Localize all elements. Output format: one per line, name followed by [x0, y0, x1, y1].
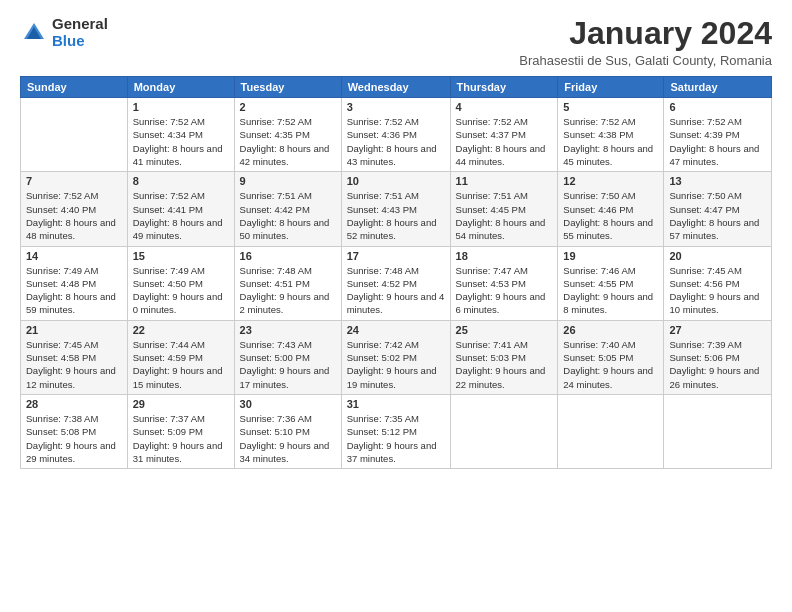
day-info: Sunrise: 7:50 AMSunset: 4:46 PMDaylight:… — [563, 189, 658, 242]
day-cell: 4Sunrise: 7:52 AMSunset: 4:37 PMDaylight… — [450, 98, 558, 172]
day-cell: 9Sunrise: 7:51 AMSunset: 4:42 PMDaylight… — [234, 172, 341, 246]
day-cell — [21, 98, 128, 172]
day-cell: 3Sunrise: 7:52 AMSunset: 4:36 PMDaylight… — [341, 98, 450, 172]
day-cell: 6Sunrise: 7:52 AMSunset: 4:39 PMDaylight… — [664, 98, 772, 172]
day-cell: 16Sunrise: 7:48 AMSunset: 4:51 PMDayligh… — [234, 246, 341, 320]
day-number: 4 — [456, 101, 553, 113]
week-row-5: 28Sunrise: 7:38 AMSunset: 5:08 PMDayligh… — [21, 394, 772, 468]
day-cell: 7Sunrise: 7:52 AMSunset: 4:40 PMDaylight… — [21, 172, 128, 246]
page: General Blue January 2024 Brahasestii de… — [0, 0, 792, 612]
day-number: 9 — [240, 175, 336, 187]
day-cell — [450, 394, 558, 468]
day-info: Sunrise: 7:48 AMSunset: 4:51 PMDaylight:… — [240, 264, 336, 317]
day-number: 11 — [456, 175, 553, 187]
title-block: January 2024 Brahasestii de Sus, Galati … — [519, 16, 772, 68]
day-cell: 17Sunrise: 7:48 AMSunset: 4:52 PMDayligh… — [341, 246, 450, 320]
day-info: Sunrise: 7:50 AMSunset: 4:47 PMDaylight:… — [669, 189, 766, 242]
day-info: Sunrise: 7:51 AMSunset: 4:45 PMDaylight:… — [456, 189, 553, 242]
logo-general: General — [52, 16, 108, 33]
day-info: Sunrise: 7:40 AMSunset: 5:05 PMDaylight:… — [563, 338, 658, 391]
col-header-monday: Monday — [127, 77, 234, 98]
day-cell: 15Sunrise: 7:49 AMSunset: 4:50 PMDayligh… — [127, 246, 234, 320]
day-number: 12 — [563, 175, 658, 187]
day-cell: 31Sunrise: 7:35 AMSunset: 5:12 PMDayligh… — [341, 394, 450, 468]
day-number: 2 — [240, 101, 336, 113]
day-number: 22 — [133, 324, 229, 336]
day-info: Sunrise: 7:45 AMSunset: 4:56 PMDaylight:… — [669, 264, 766, 317]
day-cell: 26Sunrise: 7:40 AMSunset: 5:05 PMDayligh… — [558, 320, 664, 394]
logo: General Blue — [20, 16, 108, 49]
day-info: Sunrise: 7:39 AMSunset: 5:06 PMDaylight:… — [669, 338, 766, 391]
day-number: 8 — [133, 175, 229, 187]
day-number: 28 — [26, 398, 122, 410]
day-number: 18 — [456, 250, 553, 262]
day-info: Sunrise: 7:51 AMSunset: 4:43 PMDaylight:… — [347, 189, 445, 242]
col-header-tuesday: Tuesday — [234, 77, 341, 98]
day-cell: 25Sunrise: 7:41 AMSunset: 5:03 PMDayligh… — [450, 320, 558, 394]
day-cell — [558, 394, 664, 468]
day-info: Sunrise: 7:46 AMSunset: 4:55 PMDaylight:… — [563, 264, 658, 317]
day-info: Sunrise: 7:51 AMSunset: 4:42 PMDaylight:… — [240, 189, 336, 242]
day-cell: 18Sunrise: 7:47 AMSunset: 4:53 PMDayligh… — [450, 246, 558, 320]
calendar-table: SundayMondayTuesdayWednesdayThursdayFrid… — [20, 76, 772, 469]
day-info: Sunrise: 7:52 AMSunset: 4:38 PMDaylight:… — [563, 115, 658, 168]
day-info: Sunrise: 7:52 AMSunset: 4:37 PMDaylight:… — [456, 115, 553, 168]
day-cell: 2Sunrise: 7:52 AMSunset: 4:35 PMDaylight… — [234, 98, 341, 172]
col-header-thursday: Thursday — [450, 77, 558, 98]
day-info: Sunrise: 7:43 AMSunset: 5:00 PMDaylight:… — [240, 338, 336, 391]
day-cell: 20Sunrise: 7:45 AMSunset: 4:56 PMDayligh… — [664, 246, 772, 320]
day-info: Sunrise: 7:35 AMSunset: 5:12 PMDaylight:… — [347, 412, 445, 465]
day-cell: 1Sunrise: 7:52 AMSunset: 4:34 PMDaylight… — [127, 98, 234, 172]
logo-icon — [20, 19, 48, 47]
day-number: 27 — [669, 324, 766, 336]
day-info: Sunrise: 7:52 AMSunset: 4:35 PMDaylight:… — [240, 115, 336, 168]
day-info: Sunrise: 7:36 AMSunset: 5:10 PMDaylight:… — [240, 412, 336, 465]
day-info: Sunrise: 7:47 AMSunset: 4:53 PMDaylight:… — [456, 264, 553, 317]
col-header-sunday: Sunday — [21, 77, 128, 98]
day-info: Sunrise: 7:52 AMSunset: 4:41 PMDaylight:… — [133, 189, 229, 242]
day-number: 31 — [347, 398, 445, 410]
day-cell: 28Sunrise: 7:38 AMSunset: 5:08 PMDayligh… — [21, 394, 128, 468]
day-cell: 13Sunrise: 7:50 AMSunset: 4:47 PMDayligh… — [664, 172, 772, 246]
day-cell: 19Sunrise: 7:46 AMSunset: 4:55 PMDayligh… — [558, 246, 664, 320]
day-cell: 30Sunrise: 7:36 AMSunset: 5:10 PMDayligh… — [234, 394, 341, 468]
day-cell: 10Sunrise: 7:51 AMSunset: 4:43 PMDayligh… — [341, 172, 450, 246]
header: General Blue January 2024 Brahasestii de… — [20, 16, 772, 68]
logo-text: General Blue — [52, 16, 108, 49]
day-info: Sunrise: 7:49 AMSunset: 4:48 PMDaylight:… — [26, 264, 122, 317]
day-number: 7 — [26, 175, 122, 187]
logo-blue: Blue — [52, 33, 108, 50]
day-cell: 5Sunrise: 7:52 AMSunset: 4:38 PMDaylight… — [558, 98, 664, 172]
day-number: 3 — [347, 101, 445, 113]
day-info: Sunrise: 7:37 AMSunset: 5:09 PMDaylight:… — [133, 412, 229, 465]
day-cell: 14Sunrise: 7:49 AMSunset: 4:48 PMDayligh… — [21, 246, 128, 320]
day-info: Sunrise: 7:45 AMSunset: 4:58 PMDaylight:… — [26, 338, 122, 391]
col-header-saturday: Saturday — [664, 77, 772, 98]
day-number: 25 — [456, 324, 553, 336]
day-number: 15 — [133, 250, 229, 262]
week-row-4: 21Sunrise: 7:45 AMSunset: 4:58 PMDayligh… — [21, 320, 772, 394]
day-number: 24 — [347, 324, 445, 336]
day-number: 17 — [347, 250, 445, 262]
day-number: 1 — [133, 101, 229, 113]
day-cell: 21Sunrise: 7:45 AMSunset: 4:58 PMDayligh… — [21, 320, 128, 394]
day-number: 26 — [563, 324, 658, 336]
day-cell: 27Sunrise: 7:39 AMSunset: 5:06 PMDayligh… — [664, 320, 772, 394]
day-info: Sunrise: 7:44 AMSunset: 4:59 PMDaylight:… — [133, 338, 229, 391]
day-cell: 23Sunrise: 7:43 AMSunset: 5:00 PMDayligh… — [234, 320, 341, 394]
day-number: 20 — [669, 250, 766, 262]
day-cell — [664, 394, 772, 468]
calendar-title: January 2024 — [519, 16, 772, 51]
day-number: 14 — [26, 250, 122, 262]
day-info: Sunrise: 7:49 AMSunset: 4:50 PMDaylight:… — [133, 264, 229, 317]
day-number: 10 — [347, 175, 445, 187]
day-number: 6 — [669, 101, 766, 113]
day-cell: 12Sunrise: 7:50 AMSunset: 4:46 PMDayligh… — [558, 172, 664, 246]
day-info: Sunrise: 7:52 AMSunset: 4:40 PMDaylight:… — [26, 189, 122, 242]
day-number: 16 — [240, 250, 336, 262]
day-number: 23 — [240, 324, 336, 336]
day-info: Sunrise: 7:42 AMSunset: 5:02 PMDaylight:… — [347, 338, 445, 391]
day-number: 19 — [563, 250, 658, 262]
col-header-friday: Friday — [558, 77, 664, 98]
day-info: Sunrise: 7:52 AMSunset: 4:39 PMDaylight:… — [669, 115, 766, 168]
